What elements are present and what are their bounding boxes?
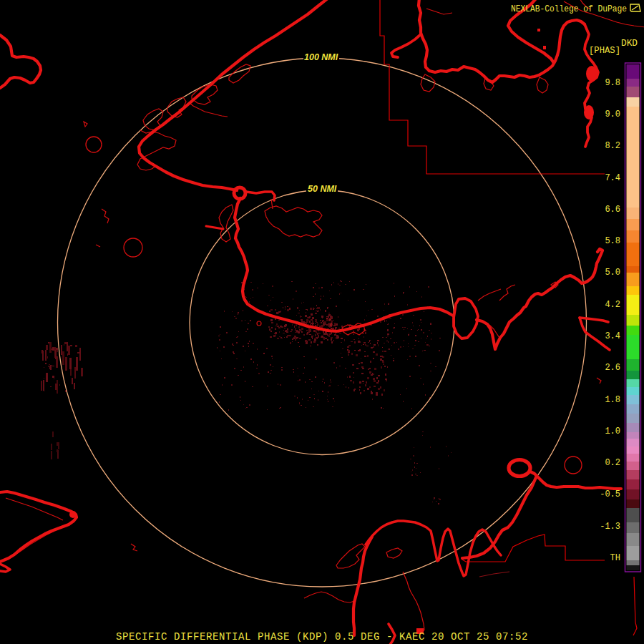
svg-text:9.8: 9.8: [605, 78, 620, 88]
svg-text:5.0: 5.0: [605, 268, 620, 278]
svg-text:0.2: 0.2: [605, 458, 620, 468]
svg-text:50 NMI: 50 NMI: [308, 184, 337, 194]
svg-text:DKD: DKD: [621, 39, 638, 49]
svg-text:1.0: 1.0: [605, 426, 620, 436]
svg-text:1.8: 1.8: [605, 395, 620, 405]
svg-text:9.0: 9.0: [605, 109, 620, 119]
svg-text:100 NMI: 100 NMI: [304, 52, 338, 62]
svg-text:SPECIFIC DIFFERENTIAL PHASE (K: SPECIFIC DIFFERENTIAL PHASE (KDP) 0.5 DE…: [116, 631, 528, 643]
svg-text:[PHAS]: [PHAS]: [589, 46, 620, 56]
svg-text:-1.3: -1.3: [600, 522, 620, 532]
svg-text:NEXLAB-College of DuPage: NEXLAB-College of DuPage: [511, 4, 627, 14]
svg-text:TH: TH: [610, 553, 620, 563]
svg-text:-0.5: -0.5: [600, 489, 620, 499]
svg-text:8.2: 8.2: [605, 141, 620, 151]
svg-text:3.4: 3.4: [605, 331, 620, 341]
svg-text:7.4: 7.4: [605, 173, 620, 183]
svg-text:5.8: 5.8: [605, 236, 620, 246]
svg-text:4.2: 4.2: [605, 300, 620, 310]
svg-text:6.6: 6.6: [605, 205, 620, 215]
svg-text:2.6: 2.6: [605, 363, 620, 373]
